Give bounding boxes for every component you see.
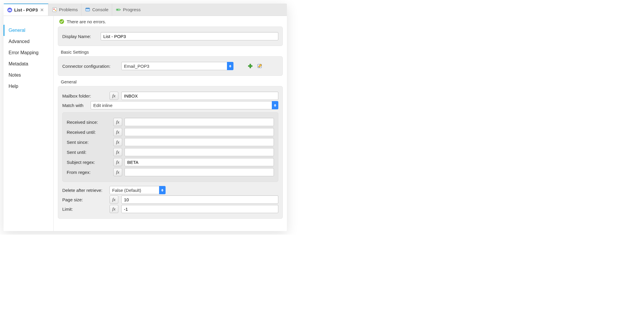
sent-since-label: Sent since: [67, 140, 111, 145]
match-criteria-panel: Received since: fx Received until: fx Se… [62, 112, 278, 182]
sidebar-item-label: Error Mapping [9, 50, 38, 55]
subject-regex-label: Subject regex: [67, 160, 111, 165]
subject-regex-input[interactable] [125, 158, 274, 166]
svg-point-4 [55, 10, 56, 11]
tab-problems-label: Problems [59, 7, 78, 12]
mailbox-folder-input[interactable] [121, 92, 278, 100]
svg-rect-6 [86, 8, 90, 9]
fx-button[interactable]: fx [113, 118, 122, 126]
add-config-button[interactable] [247, 63, 254, 69]
fx-button[interactable]: fx [113, 138, 122, 146]
tab-progress-label: Progress [123, 7, 140, 12]
mail-icon [7, 7, 12, 13]
progress-icon [116, 7, 121, 12]
limit-label: Limit: [62, 207, 107, 212]
close-icon[interactable]: ✕ [40, 7, 45, 13]
status-row: There are no errors. [58, 19, 283, 27]
chevron-updown-icon [227, 62, 233, 70]
match-with-label: Match with [62, 103, 88, 108]
tab-console[interactable]: Console [81, 4, 112, 16]
problems-icon [52, 7, 57, 12]
tab-progress[interactable]: Progress [112, 4, 144, 16]
match-with-select[interactable]: Edit inline [91, 101, 278, 109]
sidebar-item-notes[interactable]: Notes [4, 70, 53, 81]
svg-rect-11 [248, 65, 252, 67]
delete-after-retrieve-select[interactable]: False (Default) [109, 186, 166, 194]
sidebar-item-error-mapping[interactable]: Error Mapping [4, 47, 53, 58]
general-title: General [61, 79, 283, 84]
page-size-input[interactable] [121, 195, 278, 204]
general-panel: Mailbox folder: fx Match with Edit inlin… [58, 86, 283, 219]
svg-rect-2 [53, 8, 57, 12]
body: General Advanced Error Mapping Metadata … [4, 16, 287, 231]
connector-config-label: Connector configuration: [62, 64, 118, 69]
sidebar-item-label: General [9, 28, 25, 33]
from-regex-input[interactable] [125, 168, 274, 176]
tab-console-label: Console [92, 7, 108, 12]
received-until-input[interactable] [125, 128, 274, 136]
sent-until-input[interactable] [125, 148, 274, 156]
tab-bar: List - POP3 ✕ Problems Console Progress [4, 4, 287, 16]
received-since-input[interactable] [125, 118, 274, 126]
received-since-label: Received since: [67, 120, 111, 125]
sidebar-item-label: Notes [9, 73, 21, 78]
display-name-label: Display Name: [62, 34, 98, 39]
sidebar-item-help[interactable]: Help [4, 81, 53, 92]
basic-settings-title: Basic Settings [61, 50, 283, 55]
main-panel: There are no errors. Display Name: Basic… [54, 16, 287, 231]
tab-active-label: List - POP3 [14, 7, 38, 12]
match-with-value: Edit inline [93, 103, 112, 108]
received-until-label: Received until: [67, 130, 111, 135]
display-name-panel: Display Name: [58, 27, 283, 46]
sidebar: General Advanced Error Mapping Metadata … [4, 16, 54, 231]
fx-button[interactable]: fx [109, 205, 118, 213]
sidebar-item-label: Metadata [9, 61, 28, 66]
console-icon [85, 7, 90, 12]
connector-config-value: Email_POP3 [124, 64, 149, 69]
sidebar-item-label: Help [9, 84, 18, 89]
mailbox-folder-label: Mailbox folder: [62, 93, 107, 98]
sidebar-item-advanced[interactable]: Advanced [4, 36, 53, 47]
delete-after-retrieve-label: Delete after retrieve: [62, 188, 107, 193]
sent-since-input[interactable] [125, 138, 274, 146]
from-regex-label: From regex: [67, 170, 111, 175]
chevron-updown-icon [272, 101, 278, 109]
display-name-input[interactable] [101, 32, 278, 40]
sidebar-item-label: Advanced [9, 39, 30, 44]
fx-button[interactable]: fx [109, 92, 118, 100]
fx-button[interactable]: fx [113, 148, 122, 156]
chevron-updown-icon [159, 186, 166, 194]
check-icon [59, 19, 64, 24]
basic-settings-panel: Connector configuration: Email_POP3 [58, 56, 283, 76]
svg-point-3 [53, 9, 55, 10]
sidebar-item-general[interactable]: General [4, 25, 53, 36]
sidebar-item-metadata[interactable]: Metadata [4, 58, 53, 70]
svg-rect-8 [117, 9, 119, 10]
fx-button[interactable]: fx [113, 168, 122, 176]
limit-input[interactable] [121, 205, 278, 213]
sent-until-label: Sent until: [67, 150, 111, 155]
tab-active[interactable]: List - POP3 ✕ [4, 4, 48, 16]
fx-button[interactable]: fx [109, 195, 118, 204]
page-size-label: Page size: [62, 197, 107, 202]
status-message: There are no errors. [67, 19, 106, 24]
edit-config-button[interactable] [256, 63, 263, 69]
delete-after-retrieve-value: False (Default) [112, 188, 141, 193]
connector-config-select[interactable]: Email_POP3 [121, 62, 233, 70]
fx-button[interactable]: fx [113, 128, 122, 136]
tab-problems[interactable]: Problems [48, 4, 81, 16]
fx-button[interactable]: fx [113, 158, 122, 166]
app-window: List - POP3 ✕ Problems Console Progress … [4, 4, 287, 231]
